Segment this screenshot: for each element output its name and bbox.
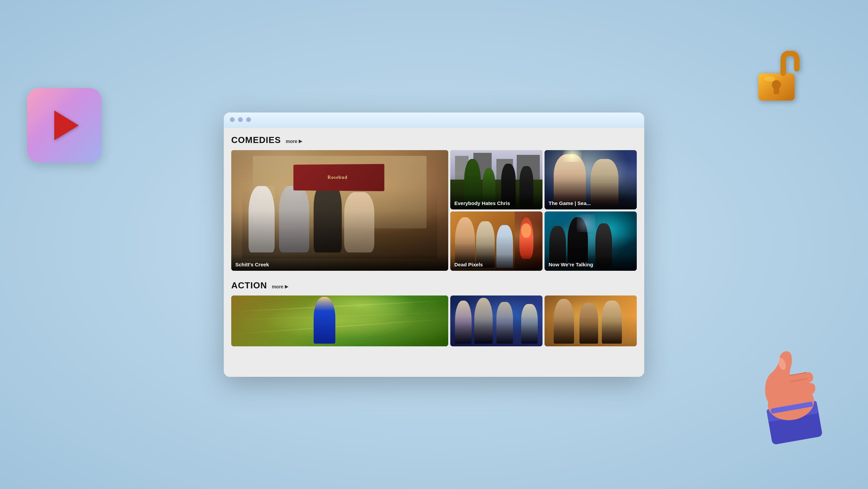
thumbs-up-decoration [736, 333, 843, 462]
browser-dot-1 [230, 117, 235, 122]
action-right-shows [450, 296, 637, 346]
svg-rect-3 [774, 86, 779, 94]
browser-dot-2 [238, 117, 243, 122]
show-card-schitts-creek[interactable]: Rosebud [231, 150, 448, 271]
motel-sign: Rosebud [294, 164, 384, 191]
the-game-label: The Game | Sea... [545, 193, 637, 209]
show-card-scifi[interactable] [450, 296, 542, 346]
svg-point-4 [764, 76, 775, 82]
action-more-arrow: ▶ [285, 284, 288, 289]
schitts-creek-label: Schitt's Creek [231, 254, 448, 271]
action-grid [231, 296, 637, 348]
comedies-more-link[interactable]: more ▶ [286, 139, 302, 144]
comedies-more-arrow: ▶ [299, 139, 302, 144]
play-icon [54, 110, 79, 140]
action-more-link[interactable]: more ▶ [272, 284, 288, 289]
browser-window: COMEDIES more ▶ Rosebud [224, 113, 644, 377]
lock-icon [749, 51, 804, 106]
play-badge[interactable] [27, 88, 102, 163]
show-card-the-game[interactable]: The Game | Sea... [545, 150, 637, 209]
show-card-now-were-talking[interactable]: Now We're Talking [545, 211, 637, 271]
comedies-grid: Rosebud [231, 150, 637, 271]
browser-content: COMEDIES more ▶ Rosebud [224, 127, 644, 377]
browser-bar [224, 113, 644, 127]
show-card-runner[interactable] [231, 296, 448, 346]
now-were-talking-label: Now We're Talking [545, 254, 637, 271]
action-title: ACTION [231, 280, 267, 291]
comedies-title: COMEDIES [231, 135, 281, 145]
show-card-everybody-hates-chris[interactable]: Everybody Hates Chris [450, 150, 542, 209]
show-card-dead-pixels[interactable]: Dead Pixels [450, 211, 542, 271]
everybody-hates-chris-label: Everybody Hates Chris [450, 193, 542, 209]
comedies-section-header: COMEDIES more ▶ [231, 135, 637, 145]
action-section-header: ACTION more ▶ [231, 280, 637, 291]
show-card-warm-action[interactable] [545, 296, 637, 346]
browser-dot-3 [246, 117, 251, 122]
dead-pixels-label: Dead Pixels [450, 254, 542, 271]
